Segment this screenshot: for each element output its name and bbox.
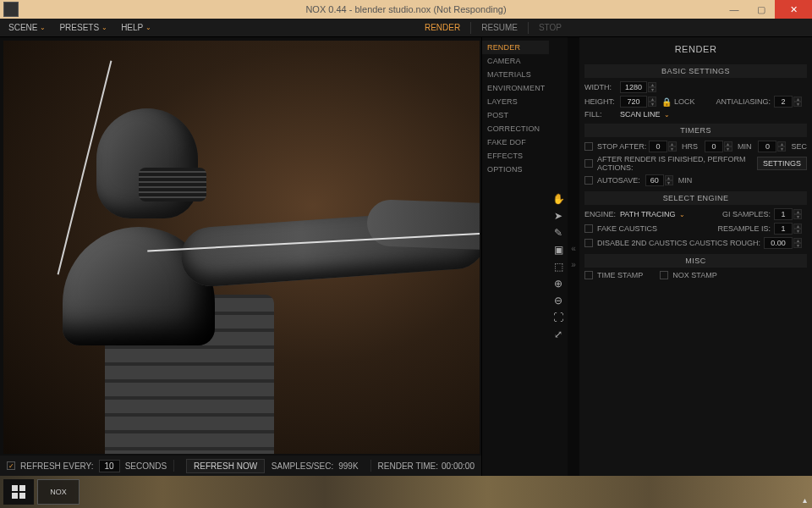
- tool-column: ✋ ➤ ✎ ▣ ⬚ ⊕ ⊖ ⛶ ⤢: [549, 37, 568, 476]
- cat-render[interactable]: RENDER: [482, 41, 549, 54]
- menu-presets[interactable]: PRESETS⌄: [56, 23, 111, 32]
- settings-button[interactable]: SETTINGS: [757, 157, 807, 170]
- refresh-checkbox[interactable]: ✓: [7, 461, 15, 470]
- window-titlebar: NOX 0.44 - blender studio.nox (Not Respo…: [0, 0, 812, 19]
- gi-field[interactable]: 1: [774, 208, 793, 220]
- autosave-unit: MIN: [678, 176, 693, 185]
- cat-options[interactable]: OPTIONS: [482, 163, 549, 176]
- engine-label: ENGINE:: [584, 210, 620, 218]
- collapse-left-icon[interactable]: «: [571, 244, 576, 253]
- crop-tool-icon[interactable]: ⬚: [551, 259, 566, 274]
- refresh-now-button[interactable]: REFRESH NOW: [186, 459, 265, 473]
- noxstamp-checkbox[interactable]: [660, 271, 668, 279]
- width-field[interactable]: 1280: [620, 81, 647, 93]
- pan-tool-icon[interactable]: ✋: [551, 191, 566, 207]
- hrs-label: HRS: [682, 142, 698, 151]
- refresh-unit: SECONDS: [125, 461, 167, 471]
- gi-spinner[interactable]: ▴▾: [793, 209, 802, 219]
- rough-spinner[interactable]: ▴▾: [793, 238, 802, 248]
- close-button[interactable]: ✕: [775, 0, 812, 19]
- maximize-button[interactable]: ▢: [748, 0, 775, 19]
- tab-resume[interactable]: RESUME: [473, 19, 526, 36]
- sec-field[interactable]: 0: [758, 141, 776, 152]
- chevron-down-icon: ⌄: [145, 24, 151, 31]
- lock-icon[interactable]: 🔒: [661, 97, 672, 107]
- system-tray[interactable]: ▴: [798, 495, 807, 505]
- app-icon: [3, 2, 19, 17]
- fill-dropdown[interactable]: SCAN LINE⌄: [620, 110, 670, 119]
- cat-correction[interactable]: CORRECTION: [482, 122, 549, 135]
- afterrender-checkbox[interactable]: [584, 159, 593, 168]
- marquee-tool-icon[interactable]: ▣: [551, 242, 566, 257]
- rough-field[interactable]: 0.00: [764, 237, 793, 249]
- svg-rect-2: [12, 493, 18, 499]
- timestamp-checkbox[interactable]: [584, 271, 593, 279]
- fit-icon[interactable]: ⛶: [551, 310, 566, 325]
- task-nox[interactable]: NOX: [37, 479, 80, 505]
- min-field[interactable]: 0: [705, 141, 723, 152]
- disable2nd-checkbox[interactable]: [584, 239, 593, 247]
- collapse-right-icon[interactable]: »: [571, 260, 576, 269]
- stopafter-checkbox[interactable]: [584, 142, 593, 151]
- menu-scene[interactable]: SCENE⌄: [5, 23, 49, 32]
- cat-materials[interactable]: MATERIALS: [482, 68, 549, 81]
- zoom-out-icon[interactable]: ⊖: [551, 293, 566, 308]
- height-field[interactable]: 720: [620, 96, 647, 108]
- cat-layers[interactable]: LAYERS: [482, 95, 549, 108]
- width-spinner[interactable]: ▴▾: [648, 82, 656, 92]
- hrs-field[interactable]: 0: [649, 141, 667, 152]
- fakecaustics-checkbox[interactable]: [584, 224, 593, 233]
- sec-label: SEC: [791, 142, 807, 151]
- afterrender-label: AFTER RENDER IS FINISHED, PERFORM ACTION…: [597, 155, 757, 172]
- refresh-interval-field[interactable]: 10: [99, 460, 120, 472]
- section-misc: MISC: [584, 254, 807, 268]
- height-spinner[interactable]: ▴▾: [648, 97, 656, 107]
- gi-label: GI SAMPLES:: [722, 210, 771, 218]
- chevron-down-icon: ⌄: [679, 211, 685, 218]
- svg-rect-1: [19, 485, 25, 491]
- timestamp-label: TIME STAMP: [597, 271, 643, 279]
- autosave-spinner[interactable]: ▴▾: [665, 175, 673, 185]
- autosave-checkbox[interactable]: [584, 176, 593, 185]
- aa-label: ANTIALIASING:: [716, 97, 771, 106]
- resample-label: RESAMPLE IS:: [717, 224, 771, 233]
- cat-environment[interactable]: ENVIRONMENT: [482, 81, 549, 95]
- render-viewport[interactable]: [3, 41, 480, 454]
- aa-spinner[interactable]: ▴▾: [793, 97, 802, 107]
- chevron-down-icon: ⌄: [102, 24, 107, 31]
- engine-dropdown[interactable]: PATH TRACING⌄: [620, 210, 685, 218]
- cat-camera[interactable]: CAMERA: [482, 54, 549, 68]
- section-timers: TIMERS: [584, 124, 807, 137]
- cat-effects[interactable]: EFFECTS: [482, 149, 549, 163]
- cat-post[interactable]: POST: [482, 108, 549, 122]
- rendertime-value: 00:00:00: [442, 461, 475, 471]
- fullscreen-icon[interactable]: ⤢: [551, 327, 566, 342]
- tray-up-icon[interactable]: ▴: [803, 495, 807, 505]
- rough-label: CAUSTICS ROUGH:: [689, 239, 760, 247]
- cat-fakedof[interactable]: FAKE DOF: [482, 135, 549, 149]
- panel-title: RENDER: [584, 41, 807, 59]
- resample-spinner[interactable]: ▴▾: [793, 224, 802, 234]
- category-list: RENDER CAMERA MATERIALS ENVIRONMENT LAYE…: [481, 37, 549, 476]
- viewport-pane: ✓ REFRESH EVERY: 10 SECONDS REFRESH NOW …: [0, 37, 481, 476]
- rendertime-label: RENDER TIME:: [378, 461, 439, 471]
- brush-tool-icon[interactable]: ✎: [551, 225, 566, 240]
- window-title: NOX 0.44 - blender studio.nox (Not Respo…: [0, 4, 812, 14]
- autosave-field[interactable]: 60: [645, 174, 664, 186]
- stopafter-label: STOP AFTER:: [597, 142, 646, 151]
- fakecaustics-label: FAKE CAUSTICS: [597, 224, 657, 233]
- sec-spinner[interactable]: ▴▾: [777, 141, 786, 152]
- pointer-tool-icon[interactable]: ➤: [551, 208, 566, 224]
- minimize-button[interactable]: —: [721, 0, 748, 19]
- start-button[interactable]: [3, 479, 34, 505]
- windows-icon: [12, 485, 25, 499]
- hrs-spinner[interactable]: ▴▾: [668, 141, 677, 152]
- aa-field[interactable]: 2: [774, 96, 793, 108]
- tab-stop[interactable]: STOP: [530, 19, 570, 36]
- zoom-in-icon[interactable]: ⊕: [551, 276, 566, 291]
- tab-render[interactable]: RENDER: [416, 19, 469, 36]
- menu-help[interactable]: HELP⌄: [118, 23, 155, 32]
- min-spinner[interactable]: ▴▾: [724, 141, 732, 152]
- panel-collapse: « »: [568, 37, 579, 476]
- resample-field[interactable]: 1: [774, 223, 793, 235]
